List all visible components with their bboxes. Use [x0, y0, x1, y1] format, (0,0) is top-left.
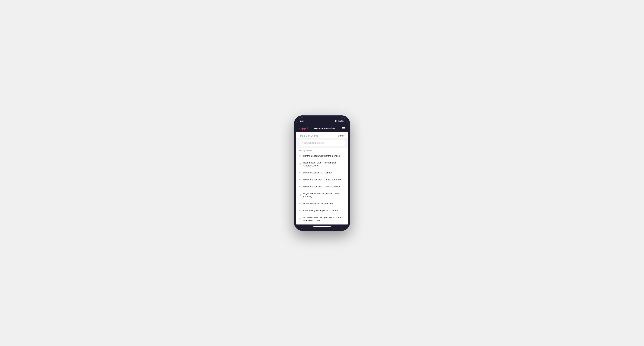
phone-screen: 9:41 ▐▐▐ WiFi ▮ clippd Recent Searches F…	[296, 118, 348, 229]
list-item[interactable]: Roehampton Club - Roehampton, Greater Lo…	[296, 160, 348, 170]
svg-point-10	[300, 218, 300, 219]
cancel-button[interactable]: Cancel	[338, 135, 345, 137]
course-name: Royal Wimbledon GC, Great London Authori…	[303, 192, 345, 198]
find-title: Find a Golf Course	[299, 135, 318, 137]
pin-icon	[299, 194, 301, 196]
pin-icon	[299, 218, 301, 220]
course-list: Central London Golf Centre, London Roeha…	[296, 153, 348, 224]
pin-icon	[299, 209, 301, 212]
svg-point-3	[300, 164, 300, 164]
list-item[interactable]: London Scottish GC, London	[296, 170, 348, 176]
pin-icon	[299, 185, 301, 188]
svg-point-9	[300, 210, 300, 210]
svg-point-7	[300, 194, 300, 195]
pin-icon	[299, 172, 301, 174]
search-input[interactable]	[304, 142, 343, 144]
search-input-wrapper[interactable]	[299, 140, 345, 146]
status-time: 9:41	[300, 120, 304, 123]
find-header: Find a Golf Course Cancel	[296, 132, 348, 139]
course-name: Richmond Park GC - Prince's, Surrey	[303, 178, 341, 181]
list-item[interactable]: Brent Valley Municipal GC, London	[296, 207, 348, 214]
svg-line-1	[302, 143, 303, 144]
svg-point-5	[300, 179, 300, 179]
svg-point-4	[300, 172, 300, 173]
content-area: Find a Golf Course Cancel Nearby courses	[296, 132, 348, 224]
list-item[interactable]: Richmond Park GC - Duke's, London	[296, 183, 348, 190]
status-icons: ▐▐▐ WiFi ▮	[335, 120, 344, 122]
phone-device: 9:41 ▐▐▐ WiFi ▮ clippd Recent Searches F…	[294, 115, 350, 231]
course-name: London Scottish GC, London	[303, 171, 332, 174]
list-item[interactable]: Central London Golf Centre, London	[296, 153, 348, 160]
list-item[interactable]: Dukes Meadows GC, London	[296, 200, 348, 207]
status-bar: 9:41 ▐▐▐ WiFi ▮	[296, 118, 348, 125]
list-item[interactable]: Richmond Park GC - Prince's, Surrey	[296, 176, 348, 183]
nearby-label: Nearby courses	[296, 148, 348, 153]
home-indicator	[296, 224, 348, 229]
signal-icon: ▐▐▐	[335, 120, 338, 122]
home-bar	[313, 226, 331, 227]
search-box-container	[296, 139, 348, 148]
nav-title: Recent Searches	[314, 127, 336, 130]
menu-icon[interactable]	[342, 127, 345, 129]
course-name: Dukes Meadows GC, London	[303, 202, 333, 205]
app-logo: clippd	[299, 127, 308, 130]
course-name: Roehampton Club - Roehampton, Greater Lo…	[303, 161, 345, 167]
pin-icon	[299, 202, 301, 205]
svg-point-6	[300, 186, 300, 186]
nav-bar: clippd Recent Searches	[296, 125, 348, 132]
svg-point-8	[300, 203, 300, 203]
course-name: Central London Golf Centre, London	[303, 155, 340, 158]
battery-icon: ▮	[343, 120, 344, 122]
svg-point-0	[301, 142, 303, 143]
pin-icon	[299, 155, 301, 157]
course-name: North Middlesex GC (1011942 - North Midd…	[303, 216, 345, 222]
pin-icon	[299, 179, 301, 181]
course-name: Richmond Park GC - Duke's, London	[303, 185, 340, 188]
svg-point-2	[300, 155, 300, 156]
course-name: Brent Valley Municipal GC, London	[303, 209, 338, 212]
search-icon	[301, 142, 303, 144]
pin-icon	[299, 163, 301, 166]
list-item[interactable]: North Middlesex GC (1011942 - North Midd…	[296, 214, 348, 224]
list-item[interactable]: Royal Wimbledon GC, Great London Authori…	[296, 190, 348, 200]
wifi-icon: WiFi	[339, 120, 343, 122]
